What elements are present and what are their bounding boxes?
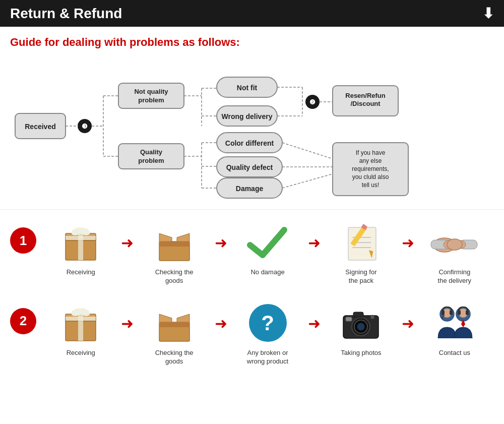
camera-icon <box>333 300 389 346</box>
guide-section: Guide for dealing with problems as follo… <box>0 27 504 209</box>
svg-marker-59 <box>159 233 172 241</box>
step-2-photos-label: Taking photos <box>341 349 381 357</box>
svg-text:Received: Received <box>25 123 55 131</box>
svg-point-74 <box>447 239 462 250</box>
svg-rect-98 <box>458 310 461 315</box>
step-row-1: 1 <box>10 220 494 285</box>
step-2-photos: Taking photos <box>322 300 400 357</box>
step-1-signing: Signing forthe pack <box>322 220 400 285</box>
header-title: Return & Refund <box>10 6 122 22</box>
svg-rect-55 <box>66 236 96 240</box>
svg-marker-83 <box>177 314 190 322</box>
svg-text:❷: ❷ <box>309 98 316 106</box>
svg-text:any else: any else <box>359 157 382 164</box>
step-2-broken: ? Any broken orwrong product <box>228 300 307 366</box>
svg-rect-95 <box>450 310 453 315</box>
checkmark-icon <box>240 220 295 265</box>
svg-point-88 <box>357 323 364 330</box>
handshake-icon <box>427 220 482 265</box>
person-headset-icon <box>427 300 482 346</box>
open-box-icon-1 <box>147 220 202 265</box>
step-1-number: 1 <box>10 227 36 254</box>
closed-box-icon-2 <box>53 300 108 346</box>
svg-line-45 <box>282 174 333 188</box>
step-2-number: 2 <box>10 308 36 334</box>
arrow-7: ➜ <box>307 315 322 332</box>
svg-marker-82 <box>159 314 172 322</box>
step-2-contact: Contact us <box>415 300 494 357</box>
steps-section: 1 <box>0 209 504 391</box>
step-1-checking-label: Checking thegoods <box>155 268 194 285</box>
closed-box-icon <box>53 220 108 265</box>
step-1-nodamage-label: No damage <box>250 268 284 277</box>
arrow-4: ➜ <box>401 234 415 252</box>
svg-marker-60 <box>177 233 190 241</box>
step-1-signing-label: Signing forthe pack <box>345 268 376 285</box>
arrow-8: ➜ <box>401 315 415 332</box>
svg-point-91 <box>370 315 374 319</box>
step-2-contact-label: Contact us <box>439 349 470 357</box>
svg-rect-9 <box>118 83 184 108</box>
svg-text:Not fit: Not fit <box>237 84 258 92</box>
svg-text:Color different: Color different <box>225 139 274 147</box>
svg-text:Resen/Refun: Resen/Refun <box>345 92 386 99</box>
svg-text:❸: ❸ <box>82 123 88 130</box>
step-1-receiving-label: Receiving <box>67 268 95 277</box>
header-arrow: ⬇ <box>482 5 494 22</box>
svg-text:Quality: Quality <box>140 148 163 156</box>
svg-text:Not quality: Not quality <box>134 88 168 95</box>
header: Return & Refund ⬇ <box>0 0 504 27</box>
svg-rect-84 <box>159 322 190 327</box>
step-1-nodamage: No damage <box>228 220 307 277</box>
flowchart: Received ❸ Not quality problem Quality p… <box>10 58 494 204</box>
svg-text:requirements,: requirements, <box>352 165 389 172</box>
step-1-confirming-label: Confirmingthe delivery <box>438 268 471 285</box>
step-2-broken-label: Any broken orwrong product <box>247 349 288 366</box>
step-2-checking: Checking thegoods <box>135 300 213 366</box>
step-2-receiving-label: Receiving <box>67 349 95 357</box>
svg-rect-12 <box>118 144 184 169</box>
step-2-items: Receiving ➜ Checking thegoods ➜ <box>41 300 494 366</box>
pencil-paper-icon <box>333 220 389 265</box>
open-box-icon-2 <box>147 300 202 346</box>
svg-text:problem: problem <box>138 96 164 104</box>
arrow-5: ➜ <box>120 315 135 332</box>
svg-line-43 <box>282 143 333 159</box>
svg-text:If you have: If you have <box>356 149 386 156</box>
arrow-1: ➜ <box>120 234 135 252</box>
svg-text:tell us!: tell us! <box>362 181 380 189</box>
step-1-confirming: Confirmingthe delivery <box>415 220 494 285</box>
svg-text:Damage: Damage <box>236 185 264 193</box>
step-2-checking-label: Checking thegoods <box>155 349 194 366</box>
svg-text:/Discount: /Discount <box>350 100 381 107</box>
svg-text:Wrong delivery: Wrong delivery <box>222 112 273 120</box>
svg-rect-89 <box>353 312 363 317</box>
svg-text:you cluld also: you cluld also <box>352 173 389 180</box>
arrow-6: ➜ <box>214 315 228 332</box>
step-row-2: 2 Receiving ➜ <box>10 300 494 366</box>
step-1-items: Receiving ➜ Checkin <box>41 220 494 285</box>
svg-text:problem: problem <box>138 157 164 164</box>
step-1-receiving: Receiving <box>41 220 120 277</box>
question-icon: ? <box>240 300 295 346</box>
arrow-3: ➜ <box>307 234 322 252</box>
svg-text:Quality defect: Quality defect <box>226 163 273 171</box>
step-2-receiving: Receiving <box>41 300 120 357</box>
arrow-2: ➜ <box>214 234 228 252</box>
svg-rect-78 <box>66 317 96 321</box>
question-circle: ? <box>249 304 287 342</box>
svg-rect-61 <box>159 241 190 247</box>
svg-rect-94 <box>442 310 445 315</box>
guide-title: Guide for dealing with problems as follo… <box>10 36 494 49</box>
svg-rect-99 <box>466 310 469 315</box>
step-1-checking: Checking thegoods <box>135 220 213 285</box>
svg-rect-90 <box>346 317 352 321</box>
